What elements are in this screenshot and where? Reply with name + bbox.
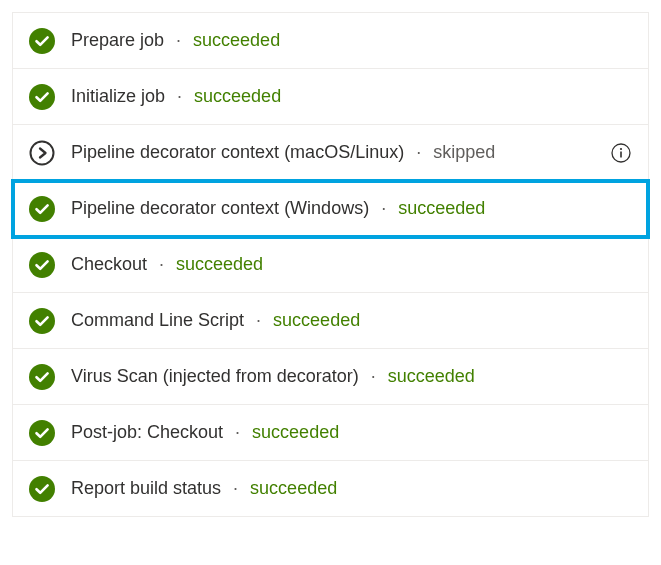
step-name: Pipeline decorator context (macOS/Linux): [71, 142, 404, 163]
step-status: succeeded: [176, 254, 263, 275]
step-row[interactable]: Checkout·succeeded: [13, 237, 648, 293]
svg-point-2: [31, 141, 54, 164]
step-status: succeeded: [193, 30, 280, 51]
step-row[interactable]: Initialize job·succeeded: [13, 69, 648, 125]
separator-dot: ·: [371, 366, 376, 387]
svg-point-6: [29, 196, 55, 222]
step-text: Checkout·succeeded: [71, 254, 632, 275]
success-check-icon: [29, 84, 55, 110]
step-status: succeeded: [252, 422, 339, 443]
step-status: skipped: [433, 142, 495, 163]
step-status: succeeded: [398, 198, 485, 219]
success-check-icon: [29, 252, 55, 278]
step-status: succeeded: [273, 310, 360, 331]
step-status: succeeded: [194, 86, 281, 107]
step-name: Virus Scan (injected from decorator): [71, 366, 359, 387]
step-text: Pipeline decorator context (macOS/Linux)…: [71, 142, 594, 163]
step-status: succeeded: [250, 478, 337, 499]
separator-dot: ·: [176, 30, 181, 51]
separator-dot: ·: [159, 254, 164, 275]
step-row[interactable]: Post-job: Checkout·succeeded: [13, 405, 648, 461]
step-name: Command Line Script: [71, 310, 244, 331]
step-name: Post-job: Checkout: [71, 422, 223, 443]
step-name: Initialize job: [71, 86, 165, 107]
skipped-arrow-icon: [29, 140, 55, 166]
pipeline-step-list: Prepare job·succeededInitialize job·succ…: [12, 12, 649, 517]
step-text: Virus Scan (injected from decorator)·suc…: [71, 366, 632, 387]
separator-dot: ·: [256, 310, 261, 331]
step-row[interactable]: Report build status·succeeded: [13, 461, 648, 517]
success-check-icon: [29, 420, 55, 446]
step-name: Pipeline decorator context (Windows): [71, 198, 369, 219]
separator-dot: ·: [177, 86, 182, 107]
step-name: Report build status: [71, 478, 221, 499]
info-icon[interactable]: [610, 142, 632, 164]
success-check-icon: [29, 476, 55, 502]
step-row[interactable]: Prepare job·succeeded: [13, 13, 648, 69]
svg-point-8: [29, 308, 55, 334]
svg-point-9: [29, 364, 55, 390]
step-name: Checkout: [71, 254, 147, 275]
step-text: Pipeline decorator context (Windows)·suc…: [71, 198, 632, 219]
success-check-icon: [29, 364, 55, 390]
success-check-icon: [29, 28, 55, 54]
svg-point-1: [29, 84, 55, 110]
step-row[interactable]: Command Line Script·succeeded: [13, 293, 648, 349]
svg-rect-5: [620, 151, 622, 157]
step-row[interactable]: Pipeline decorator context (Windows)·suc…: [13, 181, 648, 237]
step-text: Initialize job·succeeded: [71, 86, 632, 107]
step-row[interactable]: Virus Scan (injected from decorator)·suc…: [13, 349, 648, 405]
step-text: Report build status·succeeded: [71, 478, 632, 499]
svg-point-10: [29, 420, 55, 446]
svg-point-4: [620, 147, 622, 149]
separator-dot: ·: [235, 422, 240, 443]
svg-point-11: [29, 476, 55, 502]
svg-point-0: [29, 28, 55, 54]
step-row[interactable]: Pipeline decorator context (macOS/Linux)…: [13, 125, 648, 181]
separator-dot: ·: [381, 198, 386, 219]
success-check-icon: [29, 308, 55, 334]
svg-point-7: [29, 252, 55, 278]
separator-dot: ·: [233, 478, 238, 499]
step-text: Command Line Script·succeeded: [71, 310, 632, 331]
success-check-icon: [29, 196, 55, 222]
step-text: Prepare job·succeeded: [71, 30, 632, 51]
step-status: succeeded: [388, 366, 475, 387]
separator-dot: ·: [416, 142, 421, 163]
step-name: Prepare job: [71, 30, 164, 51]
step-text: Post-job: Checkout·succeeded: [71, 422, 632, 443]
